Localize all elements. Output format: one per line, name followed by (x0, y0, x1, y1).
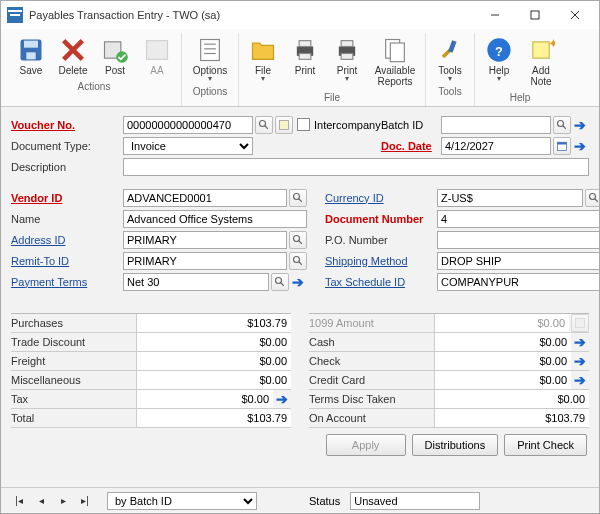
addnote-button[interactable]: ✦ Add Note (521, 33, 561, 90)
tools-button[interactable]: Tools ▾ (430, 33, 470, 84)
a1099-label: 1099 Amount (309, 317, 434, 329)
batch-id-label: Batch ID (381, 119, 441, 131)
svg-point-32 (558, 120, 564, 126)
status-bar: |◂ ◂ ▸ ▸| by Batch ID Status (1, 487, 599, 513)
status-value (350, 492, 480, 510)
address-id-input[interactable] (123, 231, 287, 249)
tax-label: Tax (11, 393, 136, 405)
cash-expand-button[interactable]: ➔ (571, 333, 589, 351)
svg-rect-21 (341, 54, 353, 60)
nav-next-button[interactable]: ▸ (55, 494, 71, 508)
ship-label[interactable]: Shipping Method (325, 255, 437, 267)
calendar-button[interactable] (553, 137, 571, 155)
misc-label: Miscellaneous (11, 374, 136, 386)
cc-expand-button[interactable]: ➔ (571, 371, 589, 389)
save-button[interactable]: Save (11, 33, 51, 79)
tax-value[interactable]: $0.00 (136, 390, 273, 408)
description-label: Description (11, 161, 123, 173)
status-label: Status (309, 495, 340, 507)
apply-button: Apply (326, 434, 406, 456)
check-expand-button[interactable]: ➔ (571, 352, 589, 370)
termsdisc-value[interactable]: $0.00 (434, 390, 589, 408)
a1099-value: $0.00 (434, 314, 569, 332)
nav-last-button[interactable]: ▸| (77, 494, 93, 508)
file-button[interactable]: File ▾ (243, 33, 283, 90)
trade-label: Trade Discount (11, 336, 136, 348)
vendor-id-input[interactable] (123, 189, 287, 207)
app-icon (7, 7, 23, 23)
group-options: Options ▾ Options (182, 33, 239, 106)
aa-icon (143, 36, 171, 64)
remit-to-label[interactable]: Remit-To ID (11, 255, 123, 267)
title-bar: Payables Transaction Entry - TWO (sa) (1, 1, 599, 29)
address-lookup-button[interactable] (289, 231, 307, 249)
docnum-input[interactable] (437, 210, 599, 228)
nav-first-button[interactable]: |◂ (11, 494, 27, 508)
intercompany-checkbox[interactable] (297, 118, 310, 131)
batch-id-input[interactable] (441, 116, 551, 134)
batch-lookup-button[interactable] (553, 116, 571, 134)
currency-lookup-button[interactable] (585, 189, 599, 207)
doc-date-input[interactable] (441, 137, 551, 155)
svg-rect-17 (299, 41, 311, 47)
taxsched-label[interactable]: Tax Schedule ID (325, 276, 437, 288)
description-input[interactable] (123, 158, 589, 176)
svg-line-45 (595, 198, 598, 201)
taxsched-input[interactable] (437, 273, 599, 291)
terms-lookup-button[interactable] (271, 273, 289, 291)
reports-button[interactable]: Available Reports (369, 33, 421, 90)
vendor-name-input[interactable] (123, 210, 307, 228)
print-icon (333, 36, 361, 64)
remit-to-input[interactable] (123, 252, 287, 270)
terms-label[interactable]: Payment Terms (11, 276, 123, 288)
nav-mode-select[interactable]: by Batch ID (107, 492, 257, 510)
batch-expand-button[interactable]: ➔ (571, 116, 589, 134)
nav-prev-button[interactable]: ◂ (33, 494, 49, 508)
svg-rect-20 (341, 41, 353, 47)
currency-input[interactable] (437, 189, 583, 207)
voucher-lookup-button[interactable] (255, 116, 273, 134)
cc-value[interactable]: $0.00 (434, 371, 571, 389)
terms-expand-button[interactable]: ➔ (289, 273, 307, 291)
svg-line-30 (265, 125, 268, 128)
print2-button[interactable]: Print ▾ (327, 33, 367, 90)
a1099-opts-button (571, 314, 589, 332)
vendor-lookup-button[interactable] (289, 189, 307, 207)
maximize-button[interactable] (515, 1, 555, 29)
tax-expand-button[interactable]: ➔ (273, 390, 291, 408)
doc-type-select[interactable]: Invoice (123, 137, 253, 155)
post-button[interactable]: Post (95, 33, 135, 79)
options-button[interactable]: Options ▾ (186, 33, 234, 84)
svg-line-41 (299, 261, 302, 264)
purchases-value[interactable]: $103.79 (136, 314, 291, 332)
ship-input[interactable] (437, 252, 599, 270)
printcheck-button[interactable]: Print Check (504, 434, 587, 456)
distributions-button[interactable]: Distributions (412, 434, 499, 456)
delete-button[interactable]: Delete (53, 33, 93, 79)
help-button[interactable]: ? Help ▾ (479, 33, 519, 90)
address-id-label[interactable]: Address ID (11, 234, 123, 246)
close-button[interactable] (555, 1, 595, 29)
freight-label: Freight (11, 355, 136, 367)
voucher-note-button[interactable] (275, 116, 293, 134)
po-input[interactable] (437, 231, 599, 249)
docdate-expand-button[interactable]: ➔ (571, 137, 589, 155)
voucher-no-input[interactable] (123, 116, 253, 134)
trade-value[interactable]: $0.00 (136, 333, 291, 351)
cash-value[interactable]: $0.00 (434, 333, 571, 351)
print-button[interactable]: Print (285, 33, 325, 90)
terms-input[interactable] (123, 273, 269, 291)
check-value[interactable]: $0.00 (434, 352, 571, 370)
svg-rect-31 (280, 120, 289, 129)
aa-button[interactable]: AA (137, 33, 177, 79)
remit-lookup-button[interactable] (289, 252, 307, 270)
amounts-left: Purchases$103.79 Trade Discount$0.00 Fre… (11, 313, 291, 428)
misc-value[interactable]: $0.00 (136, 371, 291, 389)
group-actions: Save Delete Post AA Actions (7, 33, 182, 106)
svg-rect-35 (558, 142, 567, 144)
freight-value[interactable]: $0.00 (136, 352, 291, 370)
minimize-button[interactable] (475, 1, 515, 29)
vendor-id-label[interactable]: Vendor ID (11, 192, 123, 204)
currency-label[interactable]: Currency ID (325, 192, 437, 204)
docnum-label: Document Number (325, 213, 437, 225)
